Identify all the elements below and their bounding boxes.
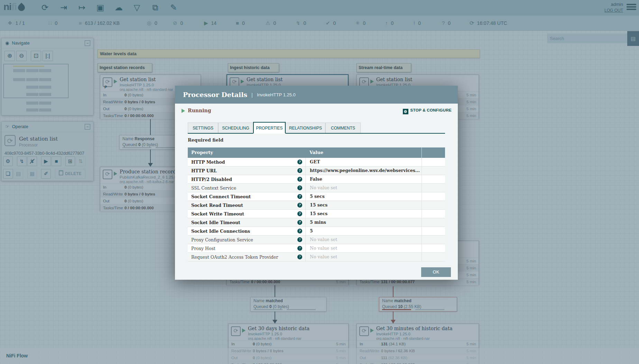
dialog-status-row: Running ⚙STOP & CONFIGURE: [175, 104, 458, 118]
help-icon[interactable]: [297, 255, 302, 259]
property-row[interactable]: Request OAuth2 Access Token ProviderNo v…: [188, 253, 445, 261]
help-icon[interactable]: [297, 246, 302, 251]
tab-relationships[interactable]: RELATIONSHIPS: [286, 123, 325, 133]
dialog-header: Processor Details | InvokeHTTP 1.25.0: [175, 86, 458, 104]
help-icon[interactable]: [297, 160, 302, 164]
tab-scheduling[interactable]: SCHEDULING: [218, 123, 253, 133]
help-icon[interactable]: [297, 229, 302, 233]
help-icon[interactable]: [297, 168, 302, 173]
property-row[interactable]: Socket Idle Timeout5 mins: [188, 218, 445, 227]
properties-table: Property Value HTTP MethodGET HTTP URLht…: [188, 147, 445, 261]
tab-properties[interactable]: PROPERTIES: [253, 122, 286, 134]
property-row[interactable]: HTTP/2 DisabledFalse: [188, 175, 445, 184]
help-icon[interactable]: [297, 194, 302, 199]
properties-table-header: Property Value: [188, 147, 445, 158]
property-row[interactable]: Socket Read Timeout15 secs: [188, 201, 445, 210]
property-row[interactable]: Socket Idle Connections5: [188, 227, 445, 236]
property-row[interactable]: HTTP MethodGET: [188, 158, 445, 166]
processor-details-dialog: Processor Details | InvokeHTTP 1.25.0 Ru…: [175, 86, 458, 280]
help-icon[interactable]: [297, 185, 302, 190]
required-field-note: Required field: [188, 137, 223, 143]
property-row[interactable]: Socket Write Timeout15 secs: [188, 210, 445, 218]
gear-icon: ⚙: [403, 109, 408, 114]
tab-settings[interactable]: SETTINGS: [188, 123, 218, 133]
help-icon[interactable]: [297, 211, 302, 216]
help-icon[interactable]: [297, 220, 302, 225]
nifi-app: nifi ⟳ ⇥ ↦ ▣ ☁ ▽ ⧉ ✎ admin LOG OUT ❖1 / …: [0, 0, 639, 364]
stop-and-configure-button[interactable]: ⚙STOP & CONFIGURE: [403, 108, 452, 114]
dialog-subtitle: InvokeHTTP 1.25.0: [257, 92, 296, 97]
property-row[interactable]: Socket Connect Timeout5 secs: [188, 192, 445, 201]
help-icon[interactable]: [297, 203, 302, 208]
property-row[interactable]: Proxy HostNo value set: [188, 244, 445, 253]
run-status: Running: [188, 108, 211, 113]
help-icon[interactable]: [297, 177, 302, 182]
help-icon[interactable]: [297, 237, 302, 242]
tab-comments[interactable]: COMMENTS: [325, 123, 361, 133]
dialog-title: Processor Details: [183, 91, 247, 98]
property-row[interactable]: SSL Context ServiceNo value set: [188, 184, 445, 192]
running-indicator-icon: [182, 109, 187, 113]
ok-button[interactable]: OK: [421, 267, 451, 277]
property-row[interactable]: HTTP URLhttps://www.pegelonline.wsv.de/w…: [188, 166, 445, 175]
property-row[interactable]: Proxy Configuration ServiceNo value set: [188, 236, 445, 244]
dialog-tabs: SETTINGS SCHEDULING PROPERTIES RELATIONS…: [188, 122, 445, 134]
